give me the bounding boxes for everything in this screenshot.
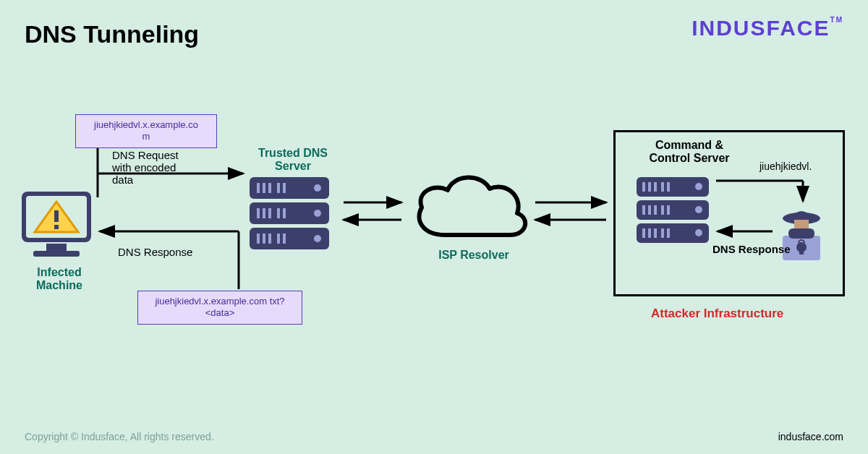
encoded-request-box: jiuehjkiedvl.x.example.co m <box>75 114 217 148</box>
cc-server-label: Command & Control Server <box>628 139 751 165</box>
trusted-dns-label: Trusted DNS Server <box>246 147 340 173</box>
svg-rect-5 <box>54 225 59 229</box>
isp-resolver-label: ISP Resolver <box>430 249 517 262</box>
footer-domain: indusface.com <box>778 431 843 442</box>
encoded-response-box: jiuehjkiedvl.x.example.com txt? <data> <box>137 291 302 325</box>
svg-rect-4 <box>54 210 59 222</box>
infected-machine-icon <box>22 192 91 257</box>
dns-server-icon <box>250 177 329 249</box>
svg-rect-19 <box>283 208 286 218</box>
svg-rect-22 <box>263 234 265 244</box>
svg-rect-23 <box>268 234 271 244</box>
footer-copyright: Copyright © Indusface, All rights reserv… <box>25 431 214 442</box>
dns-response-left-text: DNS Response <box>118 246 192 258</box>
svg-rect-16 <box>263 208 265 218</box>
svg-rect-21 <box>257 234 260 244</box>
svg-rect-15 <box>257 208 260 218</box>
svg-point-20 <box>314 210 321 217</box>
svg-rect-3 <box>33 251 80 257</box>
svg-rect-10 <box>263 183 265 193</box>
cloud-icon <box>420 177 526 235</box>
svg-rect-2 <box>46 244 67 251</box>
svg-rect-9 <box>257 183 260 193</box>
svg-point-26 <box>314 235 321 242</box>
svg-rect-11 <box>268 183 271 193</box>
dns-request-text: DNS Request with encoded data <box>112 149 213 186</box>
svg-point-14 <box>314 184 321 192</box>
infected-machine-label: Infected Machine <box>16 266 103 292</box>
encoded-subdomain-text: jiuehjkiedvl. <box>760 160 812 172</box>
dns-response-right-text: DNS Response <box>712 243 791 255</box>
attacker-infra-label: Attacker Infrastructure <box>651 307 783 321</box>
svg-rect-12 <box>277 183 280 193</box>
svg-rect-13 <box>283 183 286 193</box>
svg-rect-24 <box>277 234 280 244</box>
svg-rect-25 <box>283 234 286 244</box>
svg-rect-18 <box>277 208 280 218</box>
svg-rect-17 <box>268 208 271 218</box>
